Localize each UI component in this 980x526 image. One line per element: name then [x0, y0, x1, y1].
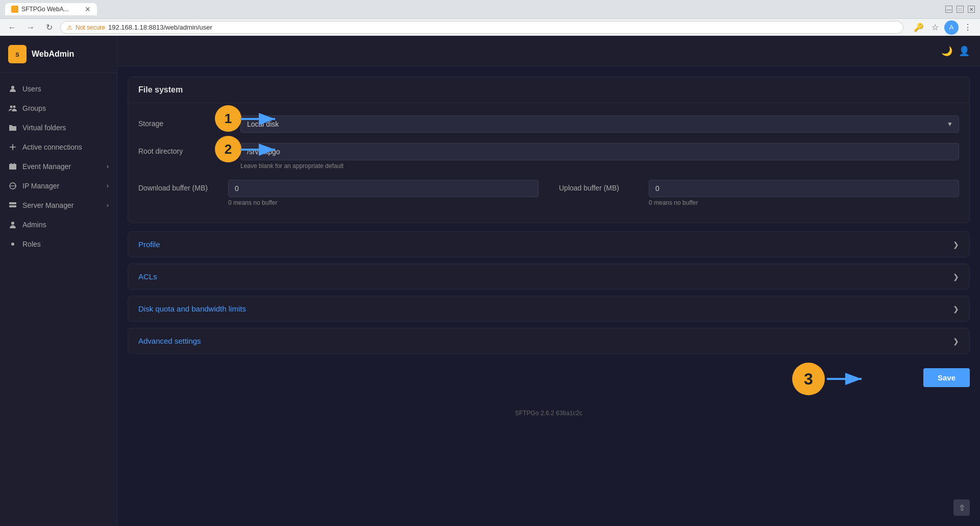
- sidebar-item-ip-manager[interactable]: IP Manager ›: [0, 176, 117, 196]
- browser-titlebar: SFTPGo WebA... ✕ — □ ✕: [0, 0, 980, 18]
- download-buffer-label: Download buffer (MB): [138, 180, 220, 192]
- sidebar-label-active-connections: Active connections: [22, 143, 82, 151]
- users-icon: [8, 84, 17, 93]
- download-buffer-input[interactable]: [228, 180, 538, 197]
- upload-buffer-input[interactable]: [649, 180, 959, 197]
- password-manager-icon[interactable]: 🔑: [912, 20, 926, 35]
- advanced-settings-section[interactable]: Advanced settings ❯: [128, 328, 970, 354]
- tab-title: SFTPGo WebA...: [21, 6, 68, 13]
- browser-tab[interactable]: SFTPGo WebA... ✕: [5, 3, 97, 15]
- storage-control: Local disk S3 GCS Azure Blob SFTP HTTP ▼: [240, 115, 959, 133]
- folder-icon: [8, 123, 17, 132]
- tab-close-button[interactable]: ✕: [85, 5, 91, 13]
- download-buffer-control: 0 means no buffer: [228, 180, 538, 206]
- disk-quota-header[interactable]: Disk quota and bandwidth limits ❯: [128, 296, 969, 321]
- advanced-chevron-icon: ❯: [953, 337, 959, 345]
- page-content: File system Storage Local disk S3 GCS Az…: [117, 66, 980, 405]
- sidebar-label-event-manager: Event Manager: [22, 162, 71, 171]
- sidebar-item-admins[interactable]: Admins: [0, 215, 117, 234]
- sidebar-item-users[interactable]: Users: [0, 79, 117, 99]
- minimize-button[interactable]: —: [945, 6, 952, 13]
- buffer-row: Download buffer (MB) 0 means no buffer U…: [138, 180, 959, 206]
- theme-toggle-icon[interactable]: 🌙: [941, 45, 952, 57]
- sidebar-nav: Users Groups Virtual folders Active conn…: [0, 73, 117, 526]
- bookmark-icon[interactable]: ☆: [928, 20, 942, 35]
- profile-icon[interactable]: A: [944, 20, 959, 35]
- action-bar: 3 Save: [128, 360, 970, 395]
- svg-point-18: [14, 206, 15, 207]
- sidebar: S WebAdmin Users Groups: [0, 36, 117, 526]
- acls-title: ACLs: [138, 272, 157, 281]
- profile-section[interactable]: Profile ❯: [128, 231, 970, 257]
- sidebar-label-ip-manager: IP Manager: [22, 182, 59, 190]
- close-button[interactable]: ✕: [968, 6, 975, 13]
- sidebar-item-virtual-folders[interactable]: Virtual folders: [0, 118, 117, 137]
- menu-icon[interactable]: ⋮: [961, 20, 975, 35]
- filesystem-title: File system: [138, 85, 183, 94]
- sidebar-label-users: Users: [22, 85, 41, 93]
- disk-quota-title: Disk quota and bandwidth limits: [138, 304, 246, 313]
- top-bar: 🌙 👤: [117, 36, 980, 66]
- advanced-header[interactable]: Advanced settings ❯: [128, 328, 969, 353]
- restore-button[interactable]: □: [957, 6, 964, 13]
- app-title: WebAdmin: [32, 50, 74, 59]
- svg-rect-10: [9, 164, 16, 170]
- reload-button[interactable]: ↻: [42, 20, 56, 35]
- root-dir-input[interactable]: [240, 143, 959, 160]
- advanced-title: Advanced settings: [138, 337, 201, 345]
- footer-text: SFTPGo 2.6.2 636a1c2c: [515, 410, 582, 417]
- filesystem-section: File system Storage Local disk S3 GCS Az…: [128, 77, 970, 223]
- acls-header[interactable]: ACLs ❯: [128, 264, 969, 289]
- sidebar-item-event-manager[interactable]: Event Manager ›: [0, 157, 117, 176]
- sidebar-header: S WebAdmin: [0, 36, 117, 73]
- root-dir-label: Root directory: [138, 143, 230, 155]
- svg-point-4: [13, 106, 16, 108]
- acls-section[interactable]: ACLs ❯: [128, 264, 970, 290]
- sidebar-label-server-manager: Server Manager: [22, 201, 74, 209]
- back-button[interactable]: ←: [5, 20, 19, 35]
- groups-icon: [8, 104, 17, 113]
- address-bar[interactable]: ⚠ Not secure 192.168.1.18:8813/web/admin…: [60, 21, 903, 34]
- upload-buffer-control: 0 means no buffer: [649, 180, 959, 206]
- storage-row: Storage Local disk S3 GCS Azure Blob SFT…: [138, 115, 959, 133]
- user-profile-icon[interactable]: 👤: [959, 45, 970, 57]
- storage-select[interactable]: Local disk S3 GCS Azure Blob SFTP HTTP: [240, 115, 959, 133]
- profile-header[interactable]: Profile ❯: [128, 232, 969, 257]
- disk-quota-section[interactable]: Disk quota and bandwidth limits ❯: [128, 296, 970, 322]
- forward-button[interactable]: →: [23, 20, 38, 35]
- save-button[interactable]: Save: [923, 368, 970, 387]
- browser-chrome: SFTPGo WebA... ✕ — □ ✕ ← → ↻ ⚠ Not secur…: [0, 0, 980, 36]
- sidebar-label-virtual-folders: Virtual folders: [22, 124, 66, 132]
- filesystem-section-header: File system: [128, 77, 969, 103]
- badge-3-label: 3: [804, 370, 813, 389]
- server-manager-chevron-icon: ›: [107, 202, 109, 209]
- upload-buffer-label: Upload buffer (MB): [559, 180, 641, 192]
- security-icon: ⚠: [67, 24, 72, 31]
- annotation-badge-3-container: 3: [792, 363, 868, 395]
- svg-point-3: [10, 106, 13, 108]
- sidebar-item-roles[interactable]: Roles: [0, 234, 117, 254]
- acls-chevron-icon: ❯: [953, 273, 959, 281]
- upload-buffer-group: Upload buffer (MB) 0 means no buffer: [559, 180, 959, 206]
- sidebar-item-active-connections[interactable]: Active connections: [0, 137, 117, 157]
- connections-icon: [8, 142, 17, 152]
- root-dir-control: Leave blank for an appropriate default: [240, 143, 959, 170]
- storage-label: Storage: [138, 115, 230, 128]
- app-logo: S: [8, 45, 27, 63]
- address-text: 192.168.1.18:8813/web/admin/user: [108, 23, 212, 31]
- annotation-badge-3: 3: [792, 363, 825, 395]
- ip-icon: [8, 181, 17, 190]
- sidebar-item-server-manager[interactable]: Server Manager ›: [0, 196, 117, 215]
- disk-quota-chevron-icon: ❯: [953, 305, 959, 313]
- app-container: S WebAdmin Users Groups: [0, 36, 980, 526]
- app-footer: SFTPGo 2.6.2 636a1c2c: [117, 405, 980, 421]
- sidebar-item-groups[interactable]: Groups: [0, 99, 117, 118]
- svg-point-17: [14, 203, 15, 204]
- svg-point-5: [12, 146, 14, 148]
- tab-favicon: [11, 6, 18, 13]
- sidebar-label-admins: Admins: [22, 221, 46, 229]
- profile-title: Profile: [138, 240, 160, 249]
- svg-point-19: [11, 222, 14, 225]
- logo-svg: S: [12, 49, 23, 60]
- scroll-to-top-button[interactable]: ⇧: [953, 499, 970, 516]
